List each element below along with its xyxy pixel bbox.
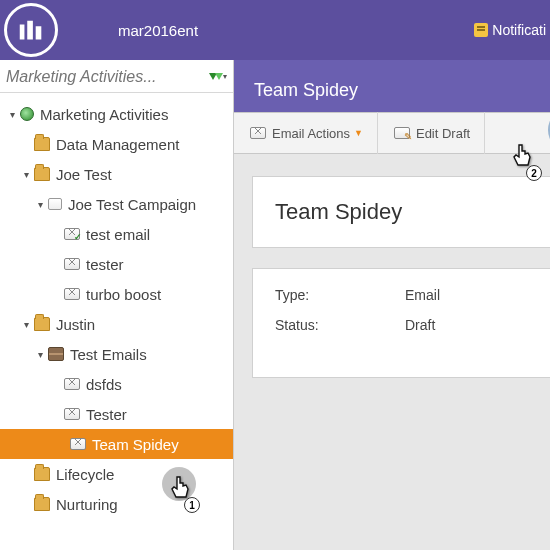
tree-label: Lifecycle [56,466,114,483]
email-icon [64,378,80,390]
asset-title: Team Spidey [275,199,529,225]
sidebar: ▾ Marketing Activities Data Management ▾… [0,60,234,550]
details-panel: Type: Email Status: Draft [252,268,550,378]
tree-item-justin[interactable]: ▾ Justin [6,309,233,339]
button-label: Edit Draft [416,126,470,141]
notifications-icon [474,23,488,37]
tree-label: Marketing Activities [40,106,168,123]
tab-title: Team Spidey [254,80,358,101]
tab-bar: Team Spidey Email Actions ▼ Edit Draft [234,60,550,154]
folder-icon [34,167,50,181]
tree-label: tester [86,256,124,273]
collapse-icon[interactable]: ▾ [34,349,46,360]
notifications-label: Notificati [492,22,546,38]
tree-label: Nurturing [56,496,118,513]
app-logo [4,3,58,57]
org-name: mar2016ent [118,22,198,39]
collapse-icon[interactable]: ▾ [20,169,32,180]
tree-label: Justin [56,316,95,333]
collapse-icon[interactable]: ▾ [20,319,32,330]
collapse-icon[interactable]: ▾ [34,199,46,210]
tree-item-data-management[interactable]: Data Management [6,129,233,159]
marketo-logo-icon [16,15,46,45]
email-icon [64,288,80,300]
tree-item-turbo-boost[interactable]: turbo boost [6,279,233,309]
detail-value-status: Draft [405,317,435,333]
tree-item-nurturing[interactable]: Nurturing [6,489,233,519]
button-label: Email Actions [272,126,350,141]
campaign-icon [48,198,62,210]
tree-item-test-emails[interactable]: ▾ Test Emails [6,339,233,369]
tree-label: Joe Test [56,166,112,183]
tree-label: Joe Test Campaign [68,196,196,213]
detail-key-status: Status: [275,317,405,333]
email-icon [64,408,80,420]
edit-draft-button[interactable]: Edit Draft [378,112,485,154]
app-header: mar2016ent Notificati [0,0,550,60]
email-actions-button[interactable]: Email Actions ▼ [234,112,378,154]
folder-icon [34,317,50,331]
main-panel: Team Spidey Email Actions ▼ Edit Draft T… [234,60,550,550]
folder-icon [34,467,50,481]
tree-item-test-email[interactable]: test email [6,219,233,249]
tree-label: Test Emails [70,346,147,363]
email-icon [250,127,266,139]
tree-item-tester2[interactable]: Tester [6,399,233,429]
tree-item-tester[interactable]: tester [6,249,233,279]
title-panel: Team Spidey [252,176,550,248]
email-icon [64,258,80,270]
tree-item-joe-test-campaign[interactable]: ▾ Joe Test Campaign [6,189,233,219]
tree-label: Data Management [56,136,179,153]
search-input[interactable] [6,68,207,86]
tree-label: Tester [86,406,127,423]
toolbar: Email Actions ▼ Edit Draft [234,112,550,154]
search-row [0,60,233,93]
detail-key-type: Type: [275,287,405,303]
tree-item-joe-test[interactable]: ▾ Joe Test [6,159,233,189]
tree-item-team-spidey[interactable]: Team Spidey [0,429,233,459]
detail-value-type: Email [405,287,440,303]
globe-icon [20,107,34,121]
tree-label: test email [86,226,150,243]
folder-icon [34,497,50,511]
edit-draft-icon [394,127,410,139]
filter-dropdown-icon[interactable] [207,70,227,84]
tree-item-lifecycle[interactable]: Lifecycle [6,459,233,489]
dropdown-icon: ▼ [354,128,363,138]
nav-tree: ▾ Marketing Activities Data Management ▾… [0,93,233,550]
program-icon [48,347,64,361]
tree-root[interactable]: ▾ Marketing Activities [6,99,233,129]
tree-label: turbo boost [86,286,161,303]
tree-item-dsfds[interactable]: dsfds [6,369,233,399]
tree-label: dsfds [86,376,122,393]
tree-label: Team Spidey [92,436,179,453]
collapse-icon[interactable]: ▾ [6,109,18,120]
notifications-link[interactable]: Notificati [474,22,550,38]
folder-icon [34,137,50,151]
email-approved-icon [64,228,80,240]
email-icon [70,438,86,450]
